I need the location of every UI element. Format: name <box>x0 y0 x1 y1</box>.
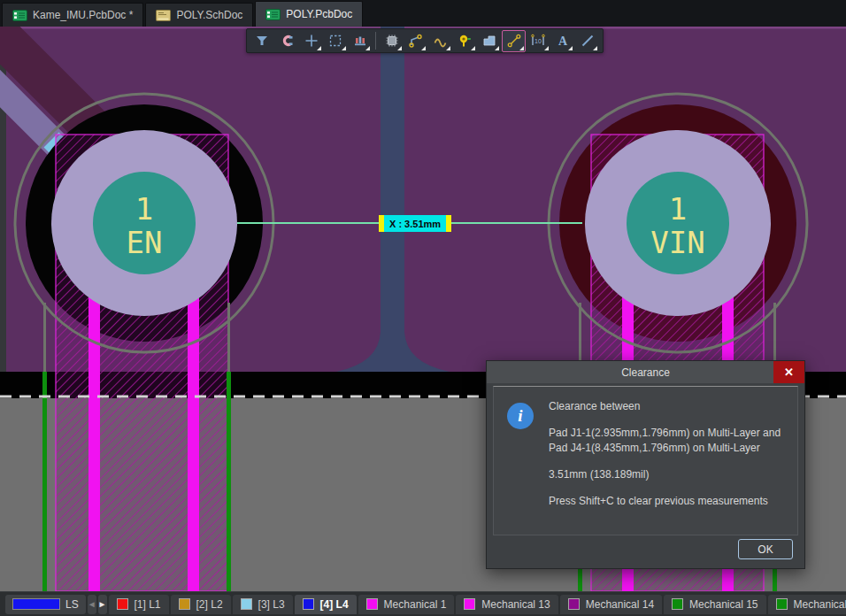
dropdown-arrow-icon <box>317 46 321 50</box>
tool-select-area-button[interactable] <box>324 30 348 52</box>
tool-move-button[interactable] <box>299 30 323 52</box>
layer-set-selector[interactable]: LS <box>5 595 86 614</box>
layer-color-swatch <box>303 598 314 610</box>
pad-number: 1 <box>135 191 153 227</box>
tool-pad-stack-button[interactable] <box>349 30 373 52</box>
pad-en[interactable]: 1 EN <box>51 130 237 316</box>
measurement-label: X : 3.51mm <box>379 215 451 232</box>
layer-color-swatch <box>241 598 252 610</box>
layer-tab-label: Mechanical 14 <box>586 598 654 611</box>
dropdown-arrow-icon <box>519 46 524 50</box>
altium-pcb-editor: Kame_IMU.PcbDoc * POLY.SchDoc POLY.PcbDo… <box>0 0 846 616</box>
tab-kame-imu-pcbdoc[interactable]: Kame_IMU.PcbDoc * <box>2 3 143 27</box>
pad-name: VIN <box>650 225 704 260</box>
mech-green-line <box>227 372 231 591</box>
mech-green-line <box>42 372 47 591</box>
active-bar-toolbar: 10 A <box>246 28 604 53</box>
layer-scroll-left-button[interactable]: ◄ <box>88 595 96 614</box>
svg-text:10: 10 <box>535 38 542 44</box>
pad-vin[interactable]: 1 VIN <box>585 130 771 316</box>
tool-interactive-route-button[interactable] <box>404 30 428 52</box>
tool-line-button[interactable] <box>575 30 599 52</box>
pcb-doc-icon <box>12 10 27 21</box>
layer-tab-label: Mechanical 1 <box>384 598 447 611</box>
dropdown-arrow-icon <box>421 46 426 50</box>
layer-tab-mechanical-15[interactable]: Mechanical 15 <box>664 595 765 614</box>
toolbar-separator <box>375 32 376 50</box>
dropdown-arrow-icon <box>495 46 499 50</box>
layer-tab-mechanical-31[interactable]: Mechanical 31 <box>768 595 846 614</box>
layer-tab-label: Mechanical 31 <box>794 598 846 611</box>
mech-bar <box>188 288 199 591</box>
dropdown-arrow-icon <box>568 46 573 50</box>
close-button[interactable]: ✕ <box>773 361 804 383</box>
tool-polygon-pour-button[interactable] <box>478 30 502 52</box>
close-icon: ✕ <box>784 366 794 379</box>
clearance-hint: Press Shift+C to clear previous measurem… <box>549 494 788 509</box>
pad-name: EN <box>127 225 163 260</box>
pcb-doc-icon <box>265 9 281 20</box>
clearance-dialog: Clearance ✕ i Clearance between Pad J1-1… <box>486 360 805 569</box>
layer-tab-label: [4] L4 <box>320 598 349 611</box>
layer-color-swatch <box>366 598 378 610</box>
layer-color-swatch <box>568 598 580 610</box>
dropdown-arrow-icon <box>544 46 549 50</box>
layer-color-swatch <box>179 598 190 610</box>
layer-tab-mechanical-1[interactable]: Mechanical 1 <box>358 595 455 614</box>
tab-label: Kame_IMU.PcbDoc * <box>33 9 133 21</box>
dropdown-arrow-icon <box>365 46 370 50</box>
tab-poly-pcbdoc[interactable]: POLY.PcbDoc <box>255 1 363 27</box>
tab-poly-schdoc[interactable]: POLY.SchDoc <box>145 3 253 27</box>
tool-tune-length-button[interactable] <box>428 30 452 52</box>
dropdown-arrow-icon <box>593 46 597 50</box>
layer-tab-label: [1] L1 <box>135 598 161 611</box>
magnet-icon <box>280 34 294 48</box>
ok-button[interactable]: OK <box>738 539 793 559</box>
clearance-heading: Clearance between <box>549 399 788 414</box>
clearance-value: 3.51mm (138.189mil) <box>549 467 788 482</box>
dialog-title: Clearance <box>621 366 670 379</box>
layer-tab-l4[interactable]: [4] L4 <box>295 595 357 614</box>
layer-tab-mechanical-14[interactable]: Mechanical 14 <box>560 595 662 614</box>
layer-scroll-right-button[interactable]: ► <box>98 595 107 614</box>
tool-snap-magnet-button[interactable] <box>275 30 299 52</box>
layer-tab-mechanical-13[interactable]: Mechanical 13 <box>456 595 558 614</box>
layer-tab-label: Mechanical 15 <box>689 598 758 611</box>
measurement-value: X : 3.51mm <box>384 215 446 232</box>
layer-tab-l1[interactable]: [1] L1 <box>109 595 169 614</box>
current-layer-swatch <box>12 598 60 610</box>
chevron-left-icon: ◄ <box>88 599 96 609</box>
layer-tab-l3[interactable]: [3] L3 <box>233 595 293 614</box>
dropdown-arrow-icon <box>342 46 346 50</box>
tool-via-button[interactable] <box>453 30 477 52</box>
tool-component-button[interactable] <box>380 30 404 52</box>
document-tabbar: Kame_IMU.PcbDoc * POLY.SchDoc POLY.PcbDo… <box>0 0 846 27</box>
layer-tab-l2[interactable]: [2] L2 <box>171 595 231 614</box>
layer-color-swatch <box>776 598 788 610</box>
chevron-right-icon: ► <box>98 599 107 609</box>
mech-bar <box>88 288 100 591</box>
tab-label: POLY.SchDoc <box>176 9 242 21</box>
dropdown-arrow-icon <box>471 46 475 50</box>
tool-dimension-button[interactable]: 10 <box>527 30 550 52</box>
tool-string-text-button[interactable]: A <box>551 30 575 52</box>
layer-color-swatch <box>464 598 475 610</box>
layer-tabs-bar: LS ◄ ► [1] L1 [2] L2 [3] L3 [4] L4 Mecha… <box>0 591 846 616</box>
layer-tab-label: [2] L2 <box>196 598 223 611</box>
dropdown-arrow-icon <box>397 46 402 50</box>
dialog-titlebar[interactable]: Clearance ✕ <box>487 361 804 383</box>
clearance-pad1: Pad J1-1(2.935mm,1.796mm) on Multi-Layer… <box>549 426 788 441</box>
layer-tab-label: Mechanical 13 <box>481 598 550 611</box>
tool-filter-button[interactable] <box>250 30 274 52</box>
tab-label: POLY.PcbDoc <box>286 8 352 20</box>
dialog-content-panel: i Clearance between Pad J1-1(2.935mm,1.7… <box>493 386 798 535</box>
dialog-message: Clearance between Pad J1-1(2.935mm,1.796… <box>549 399 788 509</box>
tool-measure-distance-button[interactable] <box>502 30 526 52</box>
svg-text:A: A <box>558 35 568 48</box>
layer-color-swatch <box>672 598 683 610</box>
sch-doc-icon <box>156 10 171 21</box>
info-icon: i <box>507 403 534 429</box>
measure-tick-right <box>446 215 451 232</box>
pad-number: 1 <box>669 191 687 227</box>
dropdown-arrow-icon <box>446 46 450 50</box>
